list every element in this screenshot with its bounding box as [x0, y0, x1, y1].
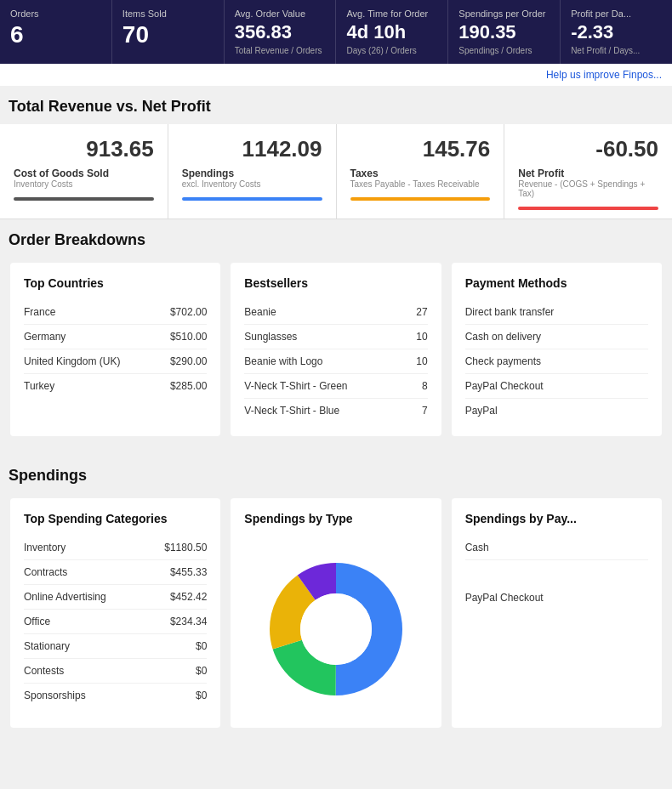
spending-row-0: Inventory $1180.50	[24, 536, 207, 560]
country-value-france: $702.00	[170, 306, 207, 318]
spendings-by-type-card: Spendings by Type	[231, 498, 441, 728]
spendings-by-type-title: Spendings by Type	[244, 512, 427, 525]
payment-label-2: Check payments	[465, 355, 541, 367]
rev-taxes-bar	[350, 197, 491, 201]
payment-label-0: Direct bank transfer	[465, 306, 555, 318]
stat-orders-value: 6	[10, 22, 101, 48]
spending-value-4: $0	[196, 640, 207, 652]
payment-methods-list: Direct bank transfer Cash on delivery Ch…	[465, 300, 648, 423]
top-spending-categories-title: Top Spending Categories	[24, 512, 207, 525]
stat-avg-order-value-label: Avg. Order Value	[235, 9, 326, 19]
stat-spendings-per-order-value: 190.35	[458, 22, 550, 43]
bestseller-value-4: 7	[422, 405, 428, 417]
rev-taxes-value: 145.76	[350, 136, 491, 162]
rev-cogs-sub: Inventory Costs	[14, 179, 154, 189]
stat-profit-per-day-value: -2.33	[571, 22, 662, 43]
spending-value-3: $234.34	[170, 616, 207, 627]
stat-avg-time-sub: Days (26) / Orders	[346, 46, 437, 55]
rev-netprofit-bar	[518, 207, 658, 210]
spending-row-2: Online Advertising $452.42	[24, 585, 207, 610]
payment-label-3: PayPal Checkout	[465, 380, 544, 392]
bestseller-row-2: Beanie with Logo 10	[244, 349, 427, 374]
country-label-germany: Germany	[24, 331, 65, 343]
spending-row-6: Sponsorships $0	[24, 684, 207, 707]
spendings-title: Spendings	[0, 455, 672, 493]
spending-value-0: $1180.50	[164, 542, 207, 553]
bestsellers-list: Beanie 27 Sunglasses 10 Beanie with Logo…	[244, 300, 427, 423]
spending-label-5: Contests	[24, 665, 64, 677]
country-value-germany: $510.00	[170, 331, 207, 343]
spending-label-1: Contracts	[24, 566, 67, 578]
payment-row-4: PayPal	[465, 399, 648, 423]
bestseller-label-1: Sunglasses	[244, 331, 297, 343]
payment-row-0: Direct bank transfer	[465, 300, 648, 325]
payment-label-1: Cash on delivery	[465, 331, 541, 343]
bestseller-label-2: Beanie with Logo	[244, 355, 322, 367]
rev-spendings-value: 1142.09	[182, 136, 322, 162]
bestseller-value-0: 27	[416, 306, 427, 318]
spending-row-3: Office $234.34	[24, 610, 207, 634]
top-countries-title: Top Countries	[24, 276, 207, 290]
payment-label-4: PayPal	[465, 405, 498, 417]
spendings-section: Spendings Top Spending Categories Invent…	[0, 455, 672, 746]
rev-netprofit-name: Net Profit	[518, 167, 658, 179]
bestseller-row-0: Beanie 27	[244, 300, 427, 325]
payment-row-3: PayPal Checkout	[465, 374, 648, 399]
country-row-germany: Germany $510.00	[24, 325, 207, 349]
country-row-uk: United Kingdom (UK) $290.00	[24, 349, 207, 374]
spending-value-5: $0	[196, 665, 207, 677]
rev-netprofit-sub: Revenue - (COGS + Spendings + Tax)	[518, 179, 658, 198]
spending-label-3: Office	[24, 616, 50, 627]
bestseller-value-3: 8	[422, 380, 428, 392]
order-breakdowns-title: Order Breakdowns	[0, 219, 672, 258]
spay-row-1: PayPal Checkout	[465, 586, 648, 610]
stat-spendings-per-order: Spendings per Order 190.35 Spendings / O…	[448, 0, 561, 64]
bestseller-row-4: V-Neck T-Shirt - Blue 7	[244, 399, 427, 423]
stat-profit-per-day-label: Profit per Da...	[571, 9, 662, 19]
bestseller-label-4: V-Neck T-Shirt - Blue	[244, 405, 339, 417]
stat-avg-time-label: Avg. Time for Order	[346, 9, 437, 19]
rev-card-cogs: 913.65 Cost of Goods Sold Inventory Cost…	[0, 124, 168, 219]
spendings-by-pay-list: Cash PayPal Checkout	[465, 536, 648, 610]
bestseller-value-2: 10	[416, 355, 427, 367]
country-label-turkey: Turkey	[24, 380, 54, 392]
spending-value-2: $452.42	[170, 591, 207, 603]
rev-card-spendings: 1142.09 Spendings excl. Inventory Costs	[168, 124, 337, 219]
spending-row-1: Contracts $455.33	[24, 560, 207, 585]
top-spending-categories-list: Inventory $1180.50 Contracts $455.33 Onl…	[24, 536, 207, 707]
spay-row-0: Cash	[465, 536, 648, 560]
stat-orders-label: Orders	[10, 9, 101, 19]
stat-spendings-per-order-label: Spendings per Order	[458, 9, 550, 19]
bestseller-row-3: V-Neck T-Shirt - Green 8	[244, 374, 427, 399]
revenue-cards: 913.65 Cost of Goods Sold Inventory Cost…	[0, 124, 672, 219]
spending-label-0: Inventory	[24, 542, 65, 553]
bestseller-row-1: Sunglasses 10	[244, 325, 427, 349]
bestsellers-title: Bestsellers	[244, 276, 427, 290]
bestseller-label-3: V-Neck T-Shirt - Green	[244, 380, 347, 392]
help-link[interactable]: Help us improve Finpos...	[546, 69, 662, 81]
spay-label-0: Cash	[465, 542, 489, 553]
stat-items-sold: Items Sold 70	[112, 0, 225, 64]
order-cards-row: Top Countries France $702.00 Germany $51…	[0, 258, 672, 441]
bestseller-label-0: Beanie	[244, 306, 276, 318]
stat-avg-time-value: 4d 10h	[346, 22, 437, 43]
revenue-section-title: Total Revenue vs. Net Profit	[0, 86, 672, 124]
country-row-france: France $702.00	[24, 300, 207, 325]
payment-methods-title: Payment Methods	[465, 276, 648, 290]
stat-avg-order-value-sub: Total Revenue / Orders	[235, 46, 326, 55]
stat-spendings-per-order-sub: Spendings / Orders	[458, 46, 550, 55]
rev-cogs-bar	[14, 197, 154, 201]
donut-hole	[300, 593, 372, 665]
spending-value-1: $455.33	[170, 566, 207, 578]
stat-orders: Orders 6	[0, 0, 112, 64]
country-label-uk: United Kingdom (UK)	[24, 355, 120, 367]
stat-avg-order-value: Avg. Order Value 356.83 Total Revenue / …	[225, 0, 337, 64]
rev-cogs-value: 913.65	[14, 136, 154, 162]
spendings-by-pay-card: Spendings by Pay... Cash PayPal Checkout	[452, 498, 662, 728]
rev-spendings-sub: excl. Inventory Costs	[182, 179, 322, 189]
stat-items-sold-label: Items Sold	[122, 9, 214, 19]
rev-netprofit-value: -60.50	[518, 136, 658, 162]
donut-chart	[259, 553, 413, 706]
top-spending-categories-card: Top Spending Categories Inventory $1180.…	[10, 498, 220, 728]
country-label-france: France	[24, 306, 55, 318]
